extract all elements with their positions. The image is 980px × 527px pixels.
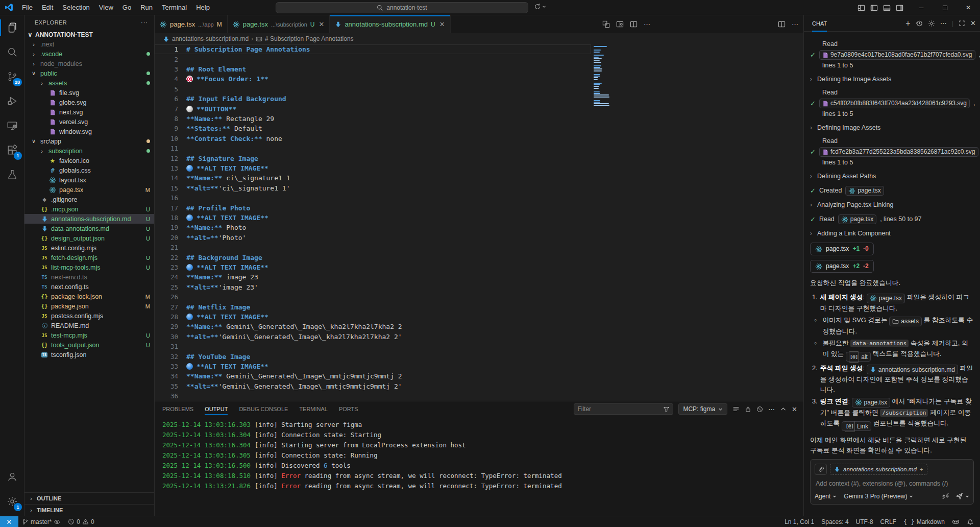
- code-editor[interactable]: 1# Subscription Page Annotations23## Roo…: [155, 44, 803, 401]
- maximize-chat-icon[interactable]: [959, 20, 965, 27]
- menu-edit[interactable]: Edit: [37, 2, 58, 13]
- file-tree-item-vercel.svg[interactable]: vercel.svg: [24, 117, 154, 127]
- run-debug-activity-icon[interactable]: [0, 89, 24, 113]
- file-tree-item-annotations-subscription.md[interactable]: annotations-subscription.mdU: [24, 214, 154, 224]
- panel-tab-debug-console[interactable]: DEBUG CONSOLE: [239, 401, 288, 417]
- menu-selection[interactable]: Selection: [58, 2, 94, 13]
- menu-terminal[interactable]: Terminal: [157, 2, 191, 13]
- file-chip[interactable]: page.tsx: [852, 398, 890, 408]
- collapsed-step[interactable]: ›Analyzing Page.tsx Linking: [810, 201, 974, 209]
- output-filter-input[interactable]: Filter: [574, 403, 673, 415]
- manage-gear-icon[interactable]: 1: [0, 489, 24, 514]
- file-tree-item-page.tsx[interactable]: page.tsxM: [24, 185, 154, 195]
- editor-tab-page.tsx[interactable]: page.tsx...\subscriptionU✕: [228, 15, 330, 33]
- menu-go[interactable]: Go: [118, 2, 136, 13]
- panel-tab-ports[interactable]: PORTS: [339, 401, 358, 417]
- add-attachment-icon[interactable]: +: [920, 466, 923, 472]
- file-tree-item-next.svg[interactable]: next.svg: [24, 107, 154, 117]
- remote-explorer-activity-icon[interactable]: [0, 113, 24, 138]
- minimize-button[interactable]: ─: [910, 0, 933, 15]
- collapsed-step[interactable]: ›Adding a Link Component: [810, 229, 974, 238]
- file-tree-item-tools-output.json[interactable]: {}tools_output.jsonU: [24, 340, 154, 350]
- chat-tab[interactable]: CHAT: [812, 15, 827, 32]
- output-channel-select[interactable]: MCP: figma: [678, 403, 727, 415]
- breadcrumb[interactable]: annotations-subscription.md › # Subscrip…: [155, 33, 803, 44]
- file-tree-item-postcss.config.mjs[interactable]: JSpostcss.config.mjs: [24, 311, 154, 321]
- chat-more-actions-icon[interactable]: ⋯: [940, 19, 947, 27]
- close-chat-icon[interactable]: ✕: [970, 19, 976, 27]
- model-selector[interactable]: Gemini 3 Pro (Preview): [844, 493, 913, 500]
- file-tree-item-eslint.config.mjs[interactable]: JSeslint.config.mjs: [24, 243, 154, 253]
- split-editor-icon[interactable]: [630, 20, 638, 28]
- collapsed-step[interactable]: ›Defining Image Assets: [810, 124, 974, 132]
- file-tree-item-.vscode[interactable]: ›.vscode: [24, 49, 154, 59]
- file-tree-item-data-annotations.md[interactable]: data-annotations.mdU: [24, 224, 154, 233]
- file-tree-item-subscription[interactable]: ›subscription: [24, 146, 154, 156]
- file-tree-item-window.svg[interactable]: window.svg: [24, 127, 154, 136]
- send-button[interactable]: [955, 492, 969, 500]
- output-log[interactable]: 2025-12-14 13:03:16.303 [info] Starting …: [155, 417, 803, 491]
- search-activity-icon[interactable]: [0, 40, 24, 64]
- file-tree-item-.mcp.json[interactable]: {}.mcp.jsonU: [24, 204, 154, 214]
- sidebar-section-timeline[interactable]: ›TIMELINE: [24, 504, 154, 516]
- problems-status[interactable]: 0 0: [64, 516, 97, 527]
- attached-context-chip[interactable]: annotations-subscription.md +: [830, 464, 927, 475]
- minimap[interactable]: [592, 45, 611, 122]
- file-tree-item-public[interactable]: ∨public: [24, 68, 154, 78]
- file-chip[interactable]: fcd7e2b3a277d255223a5bda8385626871ac92c0…: [819, 147, 978, 157]
- notifications-bell-icon[interactable]: [963, 516, 980, 527]
- chat-history-icon[interactable]: [916, 20, 923, 27]
- panel-tab-terminal[interactable]: TERMINAL: [299, 401, 328, 417]
- file-tree-item-tsconfig.json[interactable]: TStsconfig.json: [24, 350, 154, 360]
- cursor-position-status[interactable]: Ln 1, Col 1: [781, 516, 818, 527]
- file-tree-item-.next[interactable]: ›.next: [24, 39, 154, 49]
- file-chip[interactable]: [@]Link: [842, 421, 871, 431]
- file-chip[interactable]: page.tsx: [838, 214, 876, 224]
- file-tree-item-favicon.ico[interactable]: ★favicon.ico: [24, 156, 154, 165]
- file-chip[interactable]: [@]alt: [846, 352, 871, 362]
- close-tab-icon[interactable]: ✕: [318, 20, 324, 28]
- menu-help[interactable]: Help: [191, 2, 214, 13]
- remote-indicator[interactable]: [0, 516, 18, 527]
- clear-output-icon[interactable]: [756, 406, 763, 413]
- menu-run[interactable]: Run: [136, 2, 157, 13]
- file-tree-item-node-modules[interactable]: ›node_modules: [24, 59, 154, 68]
- file-tree-item-assets[interactable]: ›assets: [24, 78, 154, 88]
- file-tree-item-next.config.ts[interactable]: TSnext.config.ts: [24, 282, 154, 292]
- close-panel-icon[interactable]: ✕: [792, 405, 797, 413]
- lock-scroll-icon[interactable]: [745, 406, 751, 413]
- maximize-button[interactable]: [933, 0, 957, 15]
- maximize-panel-icon[interactable]: [780, 406, 787, 413]
- eol-status[interactable]: CRLF: [877, 516, 900, 527]
- source-control-activity-icon[interactable]: 28: [0, 64, 24, 89]
- extensions-activity-icon[interactable]: 1: [0, 138, 24, 162]
- collapsed-step[interactable]: ›Defining Asset Paths: [810, 172, 974, 181]
- file-chip[interactable]: assets: [889, 317, 922, 326]
- file-tree-item-list-mcp-tools.mjs[interactable]: JSlist-mcp-tools.mjsU: [24, 262, 154, 272]
- explorer-more-actions-icon[interactable]: ···: [141, 19, 148, 26]
- open-preview-icon[interactable]: [616, 20, 624, 28]
- indentation-status[interactable]: Spaces: 4: [818, 516, 852, 527]
- customize-layout-icon[interactable]: [857, 4, 865, 12]
- tools-icon[interactable]: [942, 492, 949, 500]
- file-tree-item-file.svg[interactable]: file.svg: [24, 88, 154, 98]
- explorer-activity-icon[interactable]: [0, 15, 24, 40]
- file-chip[interactable]: page.tsx: [845, 186, 884, 196]
- panel-more-actions-icon[interactable]: ⋯: [768, 405, 775, 413]
- sidebar-section-outline[interactable]: ›OUTLINE: [24, 492, 154, 504]
- copilot-status-icon[interactable]: [948, 516, 963, 527]
- mode-selector[interactable]: Agent: [815, 493, 837, 500]
- split-editor-icon[interactable]: [778, 20, 786, 28]
- attach-paperclip-icon[interactable]: [815, 464, 827, 475]
- toggle-secondary-sidebar-icon[interactable]: [896, 4, 903, 12]
- encoding-status[interactable]: UTF-8: [852, 516, 877, 527]
- file-tree-item-src-app[interactable]: ∨src\app: [24, 136, 154, 146]
- chat-settings-gear-icon[interactable]: [928, 20, 935, 27]
- file-tree-item-layout.tsx[interactable]: layout.tsx: [24, 175, 154, 185]
- file-chip[interactable]: c54ff02b0fb883f643ff7034aa23d428061c9293…: [819, 99, 970, 108]
- panel-tab-output[interactable]: OUTPUT: [205, 401, 228, 417]
- file-chip[interactable]: 9e7a0809e4c017be108ad0fae671b2f707cfeda0…: [819, 50, 975, 60]
- file-tree-item-package-lock.json[interactable]: {}package-lock.jsonM: [24, 292, 154, 301]
- panel-tab-problems[interactable]: PROBLEMS: [162, 401, 193, 417]
- git-branch-status[interactable]: master*: [18, 516, 64, 527]
